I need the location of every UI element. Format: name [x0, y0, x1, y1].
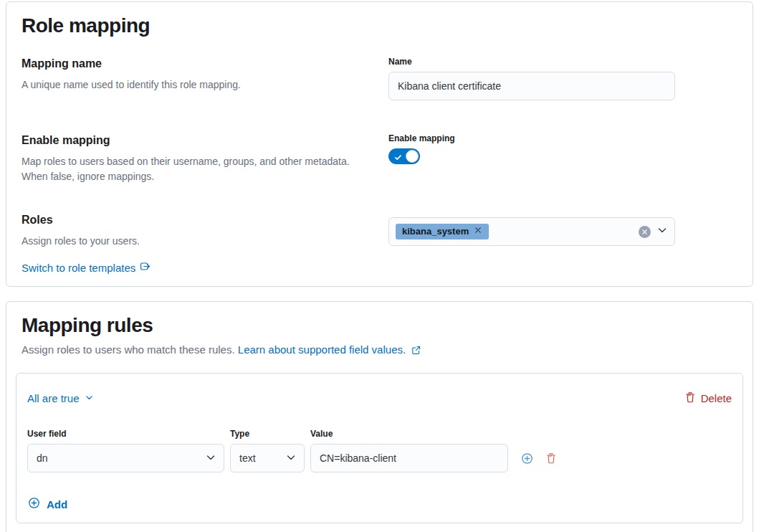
mapping-name-row: Mapping name A unique name used to ident… [22, 57, 743, 100]
trash-icon [684, 391, 696, 405]
mapping-name-heading: Mapping name [22, 57, 371, 71]
mapping-rules-panel: Mapping rules Assign roles to users who … [6, 301, 753, 532]
enable-mapping-heading: Enable mapping [22, 133, 371, 148]
enable-mapping-description: Map roles to users based on their userna… [22, 154, 371, 184]
chevron-down-icon[interactable] [657, 224, 668, 239]
remove-role-icon[interactable] [474, 226, 482, 237]
rule-group-panel: All are true Delete User field dn [16, 373, 743, 523]
field-values-docs-link[interactable]: Learn about supported field values. [238, 343, 409, 356]
name-field-label: Name [388, 57, 675, 67]
switch-to-role-templates-link[interactable]: Switch to role templates [22, 261, 151, 274]
rule-row: User field dn Type text Value [27, 429, 732, 472]
role-badge-label: kibana_system [402, 226, 469, 237]
add-rule-icon-button[interactable] [517, 448, 537, 468]
enable-mapping-toggle-label: Enable mapping [388, 133, 675, 144]
roles-row: Roles Assign roles to your users. Switch… [22, 213, 743, 275]
role-mapping-panel: Role mapping Mapping name A unique name … [6, 1, 753, 287]
toggle-knob [406, 150, 419, 163]
page-title: Role mapping [22, 14, 743, 38]
type-field-label: Type [230, 429, 305, 440]
external-link-icon [411, 343, 421, 359]
delete-rule-group-button[interactable]: Delete [684, 391, 732, 405]
roles-heading: Roles [22, 213, 371, 227]
roles-description: Assign roles to your users. [22, 234, 371, 249]
value-input[interactable] [310, 444, 508, 472]
condition-dropdown-button[interactable]: All are true [27, 392, 94, 404]
value-field-label: Value [310, 429, 508, 440]
add-rule-button[interactable]: Add [28, 497, 67, 511]
chevron-down-icon [285, 452, 297, 465]
enable-mapping-row: Enable mapping Map roles to users based … [22, 133, 743, 184]
role-badge[interactable]: kibana_system [396, 224, 489, 239]
roles-combobox[interactable]: kibana_system [388, 217, 675, 246]
check-icon [393, 152, 403, 165]
chevron-down-icon [85, 392, 94, 404]
mapping-rules-title: Mapping rules [22, 313, 743, 338]
delete-rule-icon-button[interactable] [541, 448, 561, 468]
input-output-icon [140, 261, 151, 274]
clear-roles-icon[interactable] [639, 226, 651, 238]
chevron-down-icon [205, 452, 216, 465]
mapping-rules-subtitle: Assign roles to users who match these ru… [22, 342, 743, 359]
plus-in-circle-icon [28, 497, 40, 511]
enable-mapping-toggle[interactable] [388, 148, 420, 164]
type-select[interactable]: text [230, 444, 305, 472]
user-field-label: User field [27, 429, 224, 440]
name-input[interactable] [388, 72, 675, 100]
user-field-select[interactable]: dn [27, 444, 224, 472]
mapping-name-description: A unique name used to identify this role… [22, 77, 371, 92]
